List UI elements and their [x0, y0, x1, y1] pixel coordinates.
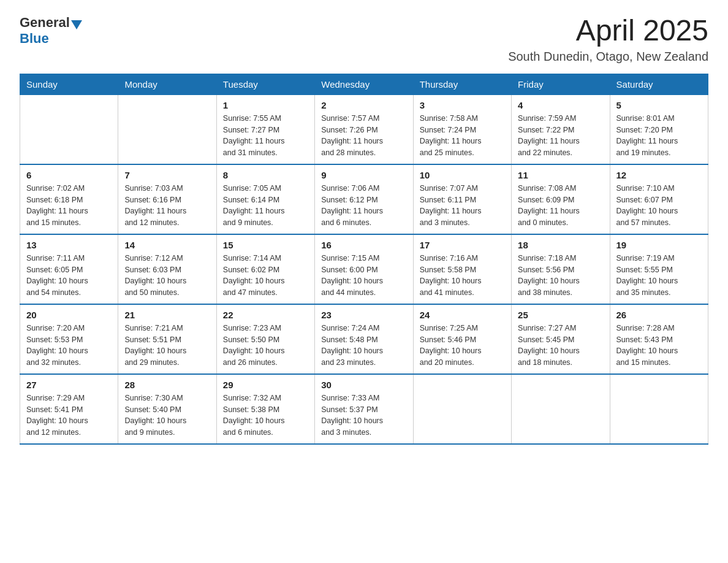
- day-info: Sunrise: 7:10 AM Sunset: 6:07 PM Dayligh…: [616, 183, 702, 229]
- day-info: Sunrise: 7:03 AM Sunset: 6:16 PM Dayligh…: [124, 183, 210, 229]
- day-info: Sunrise: 7:05 AM Sunset: 6:14 PM Dayligh…: [223, 183, 308, 229]
- day-info: Sunrise: 7:33 AM Sunset: 5:37 PM Dayligh…: [321, 393, 406, 439]
- day-number: 29: [223, 380, 308, 390]
- day-info: Sunrise: 7:57 AM Sunset: 7:26 PM Dayligh…: [321, 113, 406, 159]
- calendar-cell: 4Sunrise: 7:59 AM Sunset: 7:22 PM Daylig…: [512, 94, 610, 164]
- header-right: April 2025 South Dunedin, Otago, New Zea…: [508, 15, 708, 64]
- day-info: Sunrise: 7:59 AM Sunset: 7:22 PM Dayligh…: [518, 113, 603, 159]
- calendar-cell: 2Sunrise: 7:57 AM Sunset: 7:26 PM Daylig…: [315, 94, 413, 164]
- day-info: Sunrise: 7:14 AM Sunset: 6:02 PM Dayligh…: [223, 253, 308, 299]
- logo-triangle-icon: [71, 20, 82, 29]
- calendar-cell: [610, 374, 708, 444]
- calendar-cell: 26Sunrise: 7:28 AM Sunset: 5:43 PM Dayli…: [610, 304, 708, 374]
- day-info: Sunrise: 7:32 AM Sunset: 5:38 PM Dayligh…: [223, 393, 308, 439]
- calendar-cell: 10Sunrise: 7:07 AM Sunset: 6:11 PM Dayli…: [413, 164, 511, 234]
- day-number: 2: [321, 100, 406, 110]
- calendar-cell: 21Sunrise: 7:21 AM Sunset: 5:51 PM Dayli…: [118, 304, 216, 374]
- day-info: Sunrise: 7:06 AM Sunset: 6:12 PM Dayligh…: [321, 183, 406, 229]
- day-number: 17: [420, 240, 505, 250]
- day-number: 30: [321, 380, 406, 390]
- calendar-cell: 20Sunrise: 7:20 AM Sunset: 5:53 PM Dayli…: [20, 304, 118, 374]
- column-header-sunday: Sunday: [20, 74, 118, 94]
- calendar-cell: 13Sunrise: 7:11 AM Sunset: 6:05 PM Dayli…: [20, 234, 118, 304]
- day-number: 10: [420, 170, 505, 180]
- month-title: April 2025: [508, 15, 708, 47]
- day-number: 5: [616, 100, 702, 110]
- calendar-cell: 29Sunrise: 7:32 AM Sunset: 5:38 PM Dayli…: [216, 374, 314, 444]
- day-number: 8: [223, 170, 308, 180]
- column-header-saturday: Saturday: [610, 74, 708, 94]
- day-number: 18: [518, 240, 603, 250]
- calendar-week-row: 13Sunrise: 7:11 AM Sunset: 6:05 PM Dayli…: [20, 234, 708, 304]
- calendar-cell: 30Sunrise: 7:33 AM Sunset: 5:37 PM Dayli…: [315, 374, 413, 444]
- calendar-cell: 25Sunrise: 7:27 AM Sunset: 5:45 PM Dayli…: [512, 304, 610, 374]
- calendar-cell: 16Sunrise: 7:15 AM Sunset: 6:00 PM Dayli…: [315, 234, 413, 304]
- day-info: Sunrise: 7:55 AM Sunset: 7:27 PM Dayligh…: [223, 113, 308, 159]
- location-title: South Dunedin, Otago, New Zealand: [508, 50, 708, 64]
- calendar-cell: [512, 374, 610, 444]
- day-info: Sunrise: 7:12 AM Sunset: 6:03 PM Dayligh…: [124, 253, 210, 299]
- calendar-cell: 9Sunrise: 7:06 AM Sunset: 6:12 PM Daylig…: [315, 164, 413, 234]
- calendar-cell: 23Sunrise: 7:24 AM Sunset: 5:48 PM Dayli…: [315, 304, 413, 374]
- logo-blue: Blue: [20, 31, 49, 46]
- day-number: 24: [420, 310, 505, 320]
- day-info: Sunrise: 7:27 AM Sunset: 5:45 PM Dayligh…: [518, 323, 603, 369]
- day-info: Sunrise: 7:29 AM Sunset: 5:41 PM Dayligh…: [26, 393, 112, 439]
- day-number: 26: [616, 310, 702, 320]
- day-number: 11: [518, 170, 603, 180]
- day-number: 21: [124, 310, 210, 320]
- day-number: 1: [223, 100, 308, 110]
- day-number: 6: [26, 170, 112, 180]
- day-info: Sunrise: 7:15 AM Sunset: 6:00 PM Dayligh…: [321, 253, 406, 299]
- day-info: Sunrise: 7:02 AM Sunset: 6:18 PM Dayligh…: [26, 183, 112, 229]
- day-number: 23: [321, 310, 406, 320]
- day-info: Sunrise: 7:21 AM Sunset: 5:51 PM Dayligh…: [124, 323, 210, 369]
- day-info: Sunrise: 7:28 AM Sunset: 5:43 PM Dayligh…: [616, 323, 702, 369]
- day-number: 7: [124, 170, 210, 180]
- calendar-cell: 18Sunrise: 7:18 AM Sunset: 5:56 PM Dayli…: [512, 234, 610, 304]
- day-info: Sunrise: 7:30 AM Sunset: 5:40 PM Dayligh…: [124, 393, 210, 439]
- calendar-week-row: 1Sunrise: 7:55 AM Sunset: 7:27 PM Daylig…: [20, 94, 708, 164]
- logo: General Blue: [20, 15, 82, 47]
- day-info: Sunrise: 7:19 AM Sunset: 5:55 PM Dayligh…: [616, 253, 702, 299]
- calendar-cell: 28Sunrise: 7:30 AM Sunset: 5:40 PM Dayli…: [118, 374, 216, 444]
- day-info: Sunrise: 7:25 AM Sunset: 5:46 PM Dayligh…: [420, 323, 505, 369]
- day-number: 12: [616, 170, 702, 180]
- day-number: 27: [26, 380, 112, 390]
- column-header-tuesday: Tuesday: [216, 74, 314, 94]
- day-number: 22: [223, 310, 308, 320]
- calendar-table: SundayMondayTuesdayWednesdayThursdayFrid…: [20, 74, 708, 445]
- calendar-cell: 6Sunrise: 7:02 AM Sunset: 6:18 PM Daylig…: [20, 164, 118, 234]
- day-number: 20: [26, 310, 112, 320]
- column-header-friday: Friday: [512, 74, 610, 94]
- calendar-cell: 15Sunrise: 7:14 AM Sunset: 6:02 PM Dayli…: [216, 234, 314, 304]
- day-number: 4: [518, 100, 603, 110]
- day-info: Sunrise: 7:24 AM Sunset: 5:48 PM Dayligh…: [321, 323, 406, 369]
- day-number: 14: [124, 240, 210, 250]
- calendar-cell: 5Sunrise: 8:01 AM Sunset: 7:20 PM Daylig…: [610, 94, 708, 164]
- day-info: Sunrise: 7:23 AM Sunset: 5:50 PM Dayligh…: [223, 323, 308, 369]
- page-header: General Blue April 2025 South Dunedin, O…: [20, 15, 708, 64]
- calendar-cell: 8Sunrise: 7:05 AM Sunset: 6:14 PM Daylig…: [216, 164, 314, 234]
- day-info: Sunrise: 7:07 AM Sunset: 6:11 PM Dayligh…: [420, 183, 505, 229]
- day-info: Sunrise: 7:20 AM Sunset: 5:53 PM Dayligh…: [26, 323, 112, 369]
- calendar-cell: 3Sunrise: 7:58 AM Sunset: 7:24 PM Daylig…: [413, 94, 511, 164]
- day-number: 9: [321, 170, 406, 180]
- column-header-wednesday: Wednesday: [315, 74, 413, 94]
- day-info: Sunrise: 8:01 AM Sunset: 7:20 PM Dayligh…: [616, 113, 702, 159]
- day-number: 25: [518, 310, 603, 320]
- day-info: Sunrise: 7:16 AM Sunset: 5:58 PM Dayligh…: [420, 253, 505, 299]
- calendar-cell: 11Sunrise: 7:08 AM Sunset: 6:09 PM Dayli…: [512, 164, 610, 234]
- calendar-cell: [413, 374, 511, 444]
- calendar-cell: 1Sunrise: 7:55 AM Sunset: 7:27 PM Daylig…: [216, 94, 314, 164]
- day-number: 19: [616, 240, 702, 250]
- calendar-cell: 14Sunrise: 7:12 AM Sunset: 6:03 PM Dayli…: [118, 234, 216, 304]
- day-number: 28: [124, 380, 210, 390]
- calendar-week-row: 6Sunrise: 7:02 AM Sunset: 6:18 PM Daylig…: [20, 164, 708, 234]
- column-header-thursday: Thursday: [413, 74, 511, 94]
- calendar-cell: 19Sunrise: 7:19 AM Sunset: 5:55 PM Dayli…: [610, 234, 708, 304]
- day-number: 15: [223, 240, 308, 250]
- calendar-week-row: 20Sunrise: 7:20 AM Sunset: 5:53 PM Dayli…: [20, 304, 708, 374]
- day-number: 16: [321, 240, 406, 250]
- calendar-cell: 27Sunrise: 7:29 AM Sunset: 5:41 PM Dayli…: [20, 374, 118, 444]
